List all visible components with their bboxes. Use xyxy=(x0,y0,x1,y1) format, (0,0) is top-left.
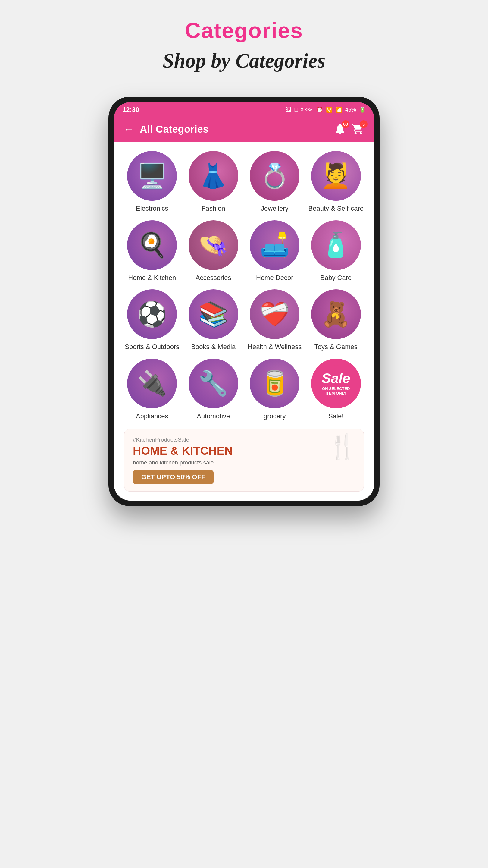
header-left: ← All Categories xyxy=(124,123,209,135)
category-icon-grocery: 🥫 xyxy=(260,371,290,396)
category-circle-beauty: 💆 xyxy=(311,151,361,201)
category-icon-books: 📚 xyxy=(198,302,228,327)
alarm-icon: ⏰ xyxy=(316,106,323,113)
back-button[interactable]: ← xyxy=(124,123,134,135)
category-label-toys: Toys & Games xyxy=(315,343,358,351)
phone-screen: 12:30 🖼 □ 3 KB/s ⏰ 🛜 📶 46% 🔋 ← All Categ… xyxy=(114,102,374,501)
battery-text: 46% xyxy=(345,107,356,113)
header-icons: 63 5 xyxy=(334,123,364,135)
category-item-automotive[interactable]: 🔧Automotive xyxy=(184,359,243,421)
category-icon-appliances: 🔌 xyxy=(137,371,167,396)
header-title: All Categories xyxy=(140,123,209,135)
category-label-health: Health & Wellness xyxy=(248,343,301,351)
category-label-accessories: Accessories xyxy=(195,274,231,282)
category-circle-jewellery: 💍 xyxy=(250,151,299,201)
status-icons: 🖼 □ 3 KB/s ⏰ 🛜 📶 46% 🔋 xyxy=(286,106,366,113)
category-label-electronics: Electronics xyxy=(136,204,168,213)
category-circle-home-decor: 🛋️ xyxy=(250,220,299,270)
banner-title: HOME & KITCHEN xyxy=(133,445,355,458)
category-label-automotive: Automotive xyxy=(197,412,230,421)
screenshot-icon: □ xyxy=(295,107,298,113)
category-icon-home-decor: 🛋️ xyxy=(260,233,290,257)
category-circle-books: 📚 xyxy=(189,289,238,339)
category-circle-sale: SaleON SELECTED ITEM ONLY xyxy=(311,359,361,408)
status-bar: 12:30 🖼 □ 3 KB/s ⏰ 🛜 📶 46% 🔋 xyxy=(114,102,374,117)
category-icon-home-kitchen: 🍳 xyxy=(137,233,167,257)
phone-frame: 12:30 🖼 □ 3 KB/s ⏰ 🛜 📶 46% 🔋 ← All Categ… xyxy=(108,97,380,506)
category-icon-toys: 🧸 xyxy=(321,302,351,327)
category-item-sale[interactable]: SaleON SELECTED ITEM ONLYSale! xyxy=(307,359,365,421)
banner-subtitle: home and kitchen products sale xyxy=(133,459,355,466)
signal-icon: 📶 xyxy=(335,106,342,113)
category-item-baby-care[interactable]: 🧴Baby Care xyxy=(307,220,365,282)
category-circle-fashion: 👗 xyxy=(189,151,238,201)
media-icon: 🖼 xyxy=(286,107,292,113)
category-label-sports: Sports & Outdoors xyxy=(125,343,179,351)
category-label-beauty: Beauty & Self-care xyxy=(308,204,364,213)
wifi-icon: 🛜 xyxy=(326,106,332,113)
category-label-jewellery: Jewellery xyxy=(261,204,289,213)
category-circle-home-kitchen: 🍳 xyxy=(127,220,177,270)
category-icon-health: ❤️‍🩹 xyxy=(260,302,290,327)
category-item-beauty[interactable]: 💆Beauty & Self-care xyxy=(307,151,365,213)
category-grid: 🖥️Electronics👗Fashion💍Jewellery💆Beauty &… xyxy=(120,151,368,421)
cart-badge: 5 xyxy=(360,120,367,128)
content-area: 🖥️Electronics👗Fashion💍Jewellery💆Beauty &… xyxy=(114,142,374,501)
category-circle-accessories: 👒 xyxy=(189,220,238,270)
category-item-home-decor[interactable]: 🛋️Home Decor xyxy=(246,220,304,282)
category-label-appliances: Appliances xyxy=(136,412,168,421)
category-circle-automotive: 🔧 xyxy=(189,359,238,408)
category-label-baby-care: Baby Care xyxy=(320,274,352,282)
category-item-jewellery[interactable]: 💍Jewellery xyxy=(246,151,304,213)
category-label-fashion: Fashion xyxy=(201,204,225,213)
page-subtitle: Shop by Categories xyxy=(163,49,325,73)
category-icon-automotive: 🔧 xyxy=(198,371,228,396)
category-item-fashion[interactable]: 👗Fashion xyxy=(184,151,243,213)
sale-main-text: Sale xyxy=(322,371,350,385)
category-item-grocery[interactable]: 🥫grocery xyxy=(246,359,304,421)
page-title: Categories xyxy=(185,18,303,43)
notification-button[interactable]: 63 xyxy=(334,123,347,135)
notification-badge: 63 xyxy=(341,120,350,128)
category-label-grocery: grocery xyxy=(264,412,286,421)
category-circle-appliances: 🔌 xyxy=(127,359,177,408)
category-circle-health: ❤️‍🩹 xyxy=(250,289,299,339)
category-icon-jewellery: 💍 xyxy=(260,164,290,188)
cart-button[interactable]: 5 xyxy=(352,123,364,135)
category-circle-toys: 🧸 xyxy=(311,289,361,339)
category-circle-sports: ⚽ xyxy=(127,289,177,339)
category-item-appliances[interactable]: 🔌Appliances xyxy=(123,359,181,421)
cta-prefix: GET UPTO xyxy=(141,473,175,481)
banner-cta[interactable]: GET UPTO 50% OFF xyxy=(133,470,214,484)
category-item-health[interactable]: ❤️‍🩹Health & Wellness xyxy=(246,289,304,351)
category-item-accessories[interactable]: 👒Accessories xyxy=(184,220,243,282)
banner-hashtag: #KitchenProductsSale xyxy=(133,436,355,443)
category-label-home-kitchen: Home & Kitchen xyxy=(128,274,176,282)
promo-banner[interactable]: #KitchenProductsSale HOME & KITCHEN home… xyxy=(124,429,364,492)
category-item-home-kitchen[interactable]: 🍳Home & Kitchen xyxy=(123,220,181,282)
category-icon-accessories: 👒 xyxy=(198,233,228,257)
category-icon-electronics: 🖥️ xyxy=(137,164,167,188)
category-label-sale: Sale! xyxy=(328,412,344,421)
category-icon-beauty: 💆 xyxy=(321,164,351,188)
category-circle-baby-care: 🧴 xyxy=(311,220,361,270)
category-circle-electronics: 🖥️ xyxy=(127,151,177,201)
category-label-books: Books & Media xyxy=(191,343,235,351)
sale-sub-text: ON SELECTED ITEM ONLY xyxy=(317,386,355,396)
category-icon-sports: ⚽ xyxy=(137,302,167,327)
category-icon-fashion: 👗 xyxy=(198,164,228,188)
category-item-toys[interactable]: 🧸Toys & Games xyxy=(307,289,365,351)
battery-icon: 🔋 xyxy=(359,106,366,113)
category-item-books[interactable]: 📚Books & Media xyxy=(184,289,243,351)
banner-decoration: 🍴 xyxy=(327,432,358,461)
category-circle-grocery: 🥫 xyxy=(250,359,299,408)
app-header: ← All Categories 63 5 xyxy=(114,117,374,142)
category-icon-baby-care: 🧴 xyxy=(321,233,351,257)
category-label-home-decor: Home Decor xyxy=(256,274,293,282)
data-icon: 3 KB/s xyxy=(301,107,313,112)
cta-discount: 50% OFF xyxy=(177,473,205,481)
status-time: 12:30 xyxy=(122,106,139,114)
category-item-sports[interactable]: ⚽Sports & Outdoors xyxy=(123,289,181,351)
category-item-electronics[interactable]: 🖥️Electronics xyxy=(123,151,181,213)
